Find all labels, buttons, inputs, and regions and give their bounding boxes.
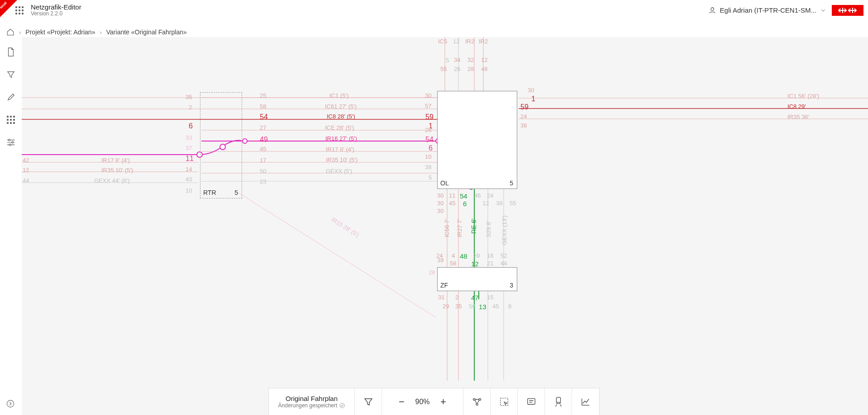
minute-mark: 43 bbox=[186, 176, 192, 183]
minute-mark: 33 bbox=[186, 134, 192, 141]
filter-button[interactable] bbox=[6, 70, 16, 80]
home-icon[interactable] bbox=[6, 28, 14, 36]
minute-mark: 54 bbox=[260, 113, 268, 121]
minute-mark: 2 bbox=[189, 104, 192, 111]
minute-mark: IC5 bbox=[438, 38, 447, 45]
minute-mark: 50 bbox=[260, 168, 266, 174]
minute-mark: 29 bbox=[443, 303, 449, 310]
track-label: GEXX 44' (6') bbox=[94, 177, 130, 184]
node-rtr[interactable]: RTR 5 bbox=[200, 93, 242, 198]
left-toolbar bbox=[0, 41, 22, 147]
breadcrumb-sep: › bbox=[19, 29, 21, 36]
svg-point-0 bbox=[711, 7, 713, 10]
svg-point-39 bbox=[340, 403, 344, 408]
minute-mark: 21 bbox=[487, 260, 493, 267]
zoom-in-button[interactable]: + bbox=[439, 396, 448, 408]
app-version: Version 2.2.0 bbox=[31, 11, 81, 17]
svg-point-46 bbox=[557, 401, 558, 402]
track-label: IC56 7' bbox=[444, 219, 450, 237]
new-document-button[interactable] bbox=[6, 47, 16, 57]
train-view-button[interactable] bbox=[545, 388, 572, 415]
minute-mark: 4 bbox=[452, 252, 455, 259]
minute-mark: 12 bbox=[481, 57, 487, 63]
minute-mark: 23 bbox=[260, 178, 266, 185]
minute-mark: 54 bbox=[425, 136, 434, 144]
minute-mark: 14 bbox=[186, 166, 192, 173]
zoom-out-button[interactable]: − bbox=[397, 396, 406, 408]
netgraphic-canvas[interactable]: RTR 5 OL 5 ZF 3 IC8 28' (5') IR16 27' (5… bbox=[22, 37, 868, 415]
expand-sidebar-button[interactable] bbox=[6, 400, 14, 410]
user-name: Egli Adrian (IT-PTR-CEN1-SM... bbox=[720, 6, 816, 14]
minute-mark: 24 bbox=[520, 113, 527, 120]
app-title-block: Netzgrafik-Editor Version 2.2.0 bbox=[31, 3, 81, 17]
node-code: OL bbox=[440, 179, 449, 187]
minute-mark: 13 bbox=[479, 303, 486, 311]
minute-mark: 30 bbox=[437, 200, 444, 207]
track-label: IR35 10' (5') bbox=[326, 156, 358, 163]
track-label: IR27 7' bbox=[456, 219, 463, 237]
node-stops: 5 bbox=[234, 189, 238, 196]
minute-mark: 27 bbox=[260, 124, 266, 131]
svg-point-22 bbox=[243, 139, 247, 143]
minute-mark: 28 bbox=[429, 269, 435, 276]
chevron-down-icon bbox=[820, 7, 826, 14]
minute-mark: 37 bbox=[186, 145, 192, 151]
edit-button[interactable] bbox=[6, 92, 16, 102]
track-label: IR35 10' (5') bbox=[101, 167, 133, 174]
minute-mark: 6 bbox=[429, 144, 433, 152]
minute-mark: 49 bbox=[260, 136, 268, 144]
minute-mark: 24 bbox=[487, 192, 493, 199]
svg-point-4 bbox=[7, 400, 14, 407]
minute-mark: 38 bbox=[425, 164, 431, 170]
track-label: IC8 28' (5') bbox=[327, 113, 355, 120]
svg-line-27 bbox=[239, 193, 436, 317]
breadcrumb-sep: › bbox=[100, 29, 101, 36]
minute-mark: 32 bbox=[467, 57, 474, 63]
select-area-button[interactable] bbox=[491, 388, 518, 415]
minute-mark: 46 bbox=[474, 192, 481, 199]
minute-mark: 38 bbox=[496, 200, 502, 207]
check-circle-icon bbox=[339, 403, 345, 408]
graph-mode-button[interactable] bbox=[463, 388, 491, 415]
track-label: IR35 36' bbox=[787, 113, 809, 120]
svg-point-2 bbox=[12, 141, 14, 143]
minute-mark: 15 bbox=[487, 294, 493, 301]
minute-mark: 48 bbox=[460, 252, 467, 260]
minute-mark: 30 bbox=[437, 192, 444, 199]
svg-point-1 bbox=[9, 139, 10, 141]
chart-button[interactable] bbox=[572, 388, 599, 415]
minute-mark: 59 bbox=[425, 113, 434, 121]
minute-mark: 57 bbox=[425, 103, 431, 109]
track-label: GEXX (13') bbox=[501, 216, 508, 245]
track-label: IR17 8' (4') bbox=[101, 157, 130, 164]
minute-mark: 45 bbox=[449, 200, 455, 207]
minute-mark: 16 bbox=[487, 252, 493, 259]
node-ol[interactable]: OL 5 bbox=[438, 91, 517, 189]
minute-mark: 34 bbox=[454, 57, 460, 63]
minute-mark: 5 bbox=[446, 57, 449, 64]
variant-name: Original Fahrplan bbox=[286, 395, 338, 402]
node-zf[interactable]: ZF 3 bbox=[438, 268, 517, 291]
breadcrumb-project[interactable]: Projekt «Projekt: Adrian» bbox=[25, 28, 95, 36]
grid-button[interactable] bbox=[6, 115, 16, 125]
user-menu[interactable]: Egli Adrian (IT-PTR-CEN1-SM... bbox=[708, 6, 826, 14]
minute-mark: 28 bbox=[425, 127, 431, 133]
minute-mark: 30 bbox=[425, 92, 431, 99]
sbb-logo bbox=[832, 5, 863, 16]
minute-mark: 44 bbox=[501, 260, 507, 267]
minute-mark: 30 bbox=[437, 208, 444, 214]
filter-toggle-button[interactable] bbox=[355, 388, 382, 415]
settings-sliders-button[interactable] bbox=[6, 137, 16, 147]
track-label: IC8 29' bbox=[787, 103, 806, 110]
track-label: ICE 28' (5') bbox=[325, 124, 354, 131]
minute-mark: IR2 bbox=[465, 38, 474, 45]
minute-mark: 47 bbox=[471, 294, 479, 302]
track-label: S29 8' bbox=[485, 221, 492, 237]
minute-mark: 24 bbox=[436, 252, 443, 259]
breadcrumb-variant[interactable]: Variante «Original Fahrplan» bbox=[106, 28, 187, 36]
track-label: GEXX (5') bbox=[326, 168, 352, 174]
app-title: Netzgrafik-Editor bbox=[31, 3, 81, 11]
notes-button[interactable] bbox=[518, 388, 545, 415]
minute-mark: 42 bbox=[23, 157, 29, 164]
minute-mark: 48 bbox=[481, 66, 487, 72]
